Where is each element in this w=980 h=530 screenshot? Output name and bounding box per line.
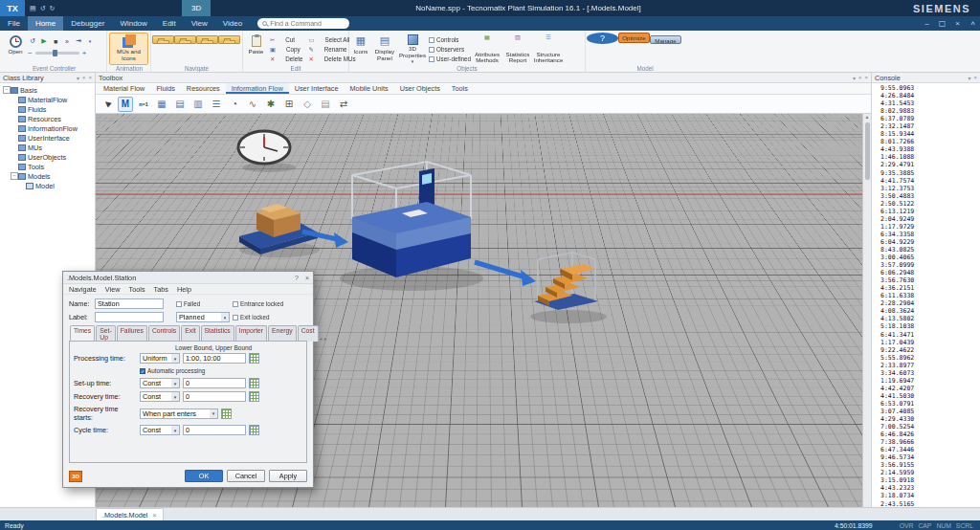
tree-item[interactable]: MaterialFlow: [0, 95, 95, 104]
drain-stairs-3d[interactable]: [530, 253, 607, 323]
cycle-value-field[interactable]: [183, 425, 246, 435]
document-tab[interactable]: .Models.Model ×: [96, 508, 164, 520]
name-field[interactable]: [95, 298, 164, 309]
cycle-mode-dropdown[interactable]: Const▾: [140, 425, 180, 435]
toolbox-tool-icon[interactable]: [263, 97, 278, 112]
toolbox-tool-icon[interactable]: [336, 97, 351, 112]
undo-icon[interactable]: ↺: [40, 5, 46, 12]
expander-icon[interactable]: [3, 86, 11, 94]
toolbox-tool-icon[interactable]: [318, 97, 333, 112]
failed-checkbox[interactable]: Failed: [176, 299, 230, 308]
tree-item[interactable]: Resources: [0, 114, 95, 123]
tree-item[interactable]: UserObjects: [0, 152, 95, 162]
expander-icon[interactable]: [18, 182, 26, 189]
model-button[interactable]: Manage Class Library: [650, 35, 681, 44]
dialog-close-icon[interactable]: ×: [305, 275, 309, 281]
open-table-icon[interactable]: [249, 353, 259, 364]
cancel-button[interactable]: Cancel: [227, 470, 265, 482]
object-button[interactable]: Statistics Report: [502, 33, 533, 65]
close-button[interactable]: ×: [950, 16, 965, 31]
open-table-icon[interactable]: [249, 391, 259, 402]
toolbox-tab[interactable]: Resources: [181, 83, 226, 94]
tree-item[interactable]: Models: [0, 171, 95, 181]
dialog-tab[interactable]: Set-Up: [96, 325, 115, 342]
object-button[interactable]: Attributes Methods: [472, 33, 502, 65]
open-event-controller-button[interactable]: Open: [3, 33, 28, 65]
panel-menu-icon[interactable]: ▾: [968, 75, 970, 81]
pin-icon[interactable]: ⌖: [82, 75, 85, 81]
checkbox-checked-icon[interactable]: [140, 368, 145, 374]
stop-simulation-icon[interactable]: ■: [51, 36, 60, 46]
toolbox-tab[interactable]: Mobile Units: [345, 83, 394, 94]
step-simulation-icon[interactable]: »: [62, 36, 72, 46]
dialog-menu-item[interactable]: View: [105, 285, 121, 294]
label-field[interactable]: [95, 312, 164, 322]
dialog-menu-item[interactable]: Help: [177, 285, 191, 294]
3d-properties-button[interactable]: 3D Properties ▾: [398, 33, 427, 65]
processing-mode-dropdown[interactable]: Uniform▾: [140, 353, 180, 364]
app-logo[interactable]: TX: [0, 0, 25, 16]
tab-scroll-right-icon[interactable]: ▸: [324, 335, 327, 342]
toolbox-tool-icon[interactable]: [118, 97, 133, 112]
dialog-menu-item[interactable]: Tools: [129, 285, 145, 294]
toolbox-tab[interactable]: Material Flow: [98, 83, 150, 94]
toolbox-tool-icon[interactable]: [100, 97, 115, 112]
dialog-tab[interactable]: Cost: [298, 325, 319, 342]
ok-button[interactable]: OK: [185, 470, 223, 482]
entrance-locked-checkbox[interactable]: Entrance locked: [233, 299, 283, 308]
automatic-processing-checkbox[interactable]: Automatic processing: [140, 366, 205, 375]
display-panel-button[interactable]: Display Panel: [371, 33, 398, 65]
edit-small-button[interactable]: Delete: [270, 55, 302, 63]
expander-icon[interactable]: [11, 153, 18, 161]
ribbon-tab[interactable]: View: [184, 16, 215, 31]
scroll-up-icon[interactable]: ▲: [865, 114, 870, 120]
paste-button[interactable]: Paste: [244, 33, 268, 65]
ribbon-tab[interactable]: File: [0, 16, 28, 31]
tree-item[interactable]: Basis: [0, 85, 95, 95]
model-button[interactable]: Context Help: [587, 33, 618, 44]
tree-item[interactable]: MUs: [0, 143, 95, 152]
3d-badge[interactable]: 3D: [69, 471, 82, 482]
checkbox-icon[interactable]: [176, 301, 182, 307]
apply-button[interactable]: Apply: [269, 470, 307, 482]
dialog-tab[interactable]: Importer: [235, 325, 267, 342]
open-table-icon[interactable]: [249, 378, 259, 388]
object-button[interactable]: Structure Inheritance: [533, 33, 564, 65]
dialog-tab[interactable]: Failures: [117, 325, 147, 342]
close-panel-icon[interactable]: ×: [973, 75, 977, 81]
dialog-menu-item[interactable]: Navigate: [69, 285, 97, 294]
tree-item[interactable]: Tools: [0, 162, 95, 171]
planned-dropdown[interactable]: Planned▾: [176, 312, 230, 322]
toolbox-tool-icon[interactable]: [154, 97, 169, 112]
toolbox-tool-icon[interactable]: [300, 97, 315, 112]
speed-thumb[interactable]: [53, 50, 57, 56]
dialog-menu-item[interactable]: Tabs: [154, 285, 168, 294]
dialog-tab[interactable]: Exit: [181, 325, 199, 342]
expander-icon[interactable]: [11, 105, 18, 113]
contextual-tab-3d[interactable]: 3D: [182, 0, 211, 16]
viewport-scrollbar[interactable]: ▲: [862, 114, 871, 507]
tree-item[interactable]: Model: [0, 181, 95, 190]
checkbox-icon[interactable]: [233, 315, 238, 320]
setup-mode-dropdown[interactable]: Const▾: [140, 378, 180, 388]
start-simulation-icon[interactable]: ▶: [39, 36, 49, 46]
dialog-tab[interactable]: Statistics: [201, 325, 234, 342]
toolbox-tab[interactable]: Fluids: [150, 83, 180, 94]
ribbon-tab[interactable]: Window: [112, 16, 154, 31]
fast-forward-icon[interactable]: ⇥: [74, 36, 83, 46]
checkbox-icon[interactable]: [429, 37, 434, 43]
object-checkbox[interactable]: User-defined: [429, 55, 472, 63]
navigate-button[interactable]: Open Origin: [174, 35, 196, 44]
mus-and-icons-button[interactable]: MUs and Icons: [109, 33, 148, 65]
faster-icon[interactable]: +: [82, 49, 87, 57]
expander-icon[interactable]: [11, 96, 18, 103]
expander-icon[interactable]: [11, 172, 18, 180]
open-table-icon[interactable]: [249, 425, 259, 435]
navigate-button[interactable]: Open 2D/3D: [218, 35, 240, 44]
navigate-button[interactable]: Open Location: [152, 35, 174, 44]
object-checkbox[interactable]: Controls: [429, 35, 472, 44]
ribbon-tab[interactable]: Debugger: [63, 16, 112, 31]
close-panel-icon[interactable]: ×: [88, 75, 92, 81]
ribbon-tab[interactable]: Home: [28, 16, 63, 31]
event-controller-clock-3d[interactable]: [238, 131, 296, 172]
